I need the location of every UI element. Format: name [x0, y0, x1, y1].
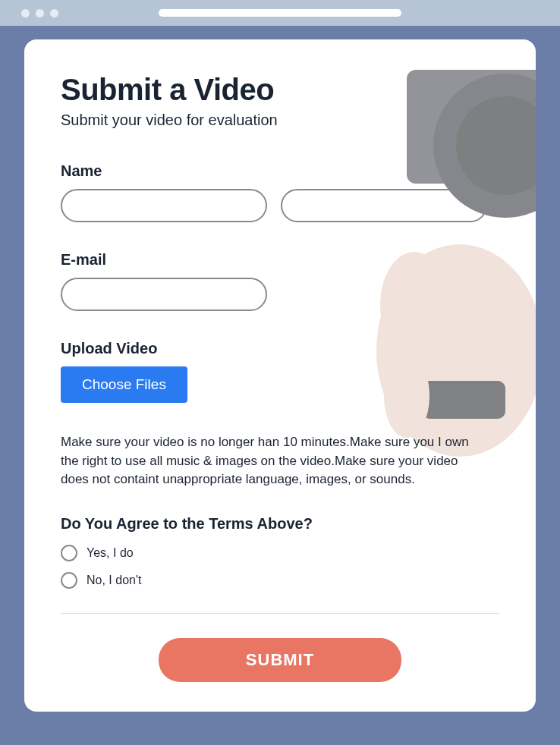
last-name-input[interactable] — [281, 189, 487, 222]
terms-text: Make sure your video is no longer han 10… — [61, 433, 489, 489]
name-section: Name — [61, 162, 499, 222]
page-subtitle: Submit your video for evaluation — [61, 112, 499, 129]
radio-option-no[interactable]: No, I don't — [61, 572, 499, 589]
radio-circle-icon — [61, 545, 77, 561]
choose-files-button[interactable]: Choose Files — [61, 366, 187, 403]
window-dot-maximize[interactable] — [50, 9, 58, 17]
email-label: E-mail — [61, 251, 499, 269]
window-dot-minimize[interactable] — [36, 9, 44, 17]
email-input[interactable] — [61, 278, 267, 311]
upload-label: Upload Video — [61, 340, 499, 357]
form-card: Submit a Video Submit your video for eva… — [24, 39, 536, 712]
upload-section: Upload Video Choose Files — [61, 340, 499, 403]
divider — [61, 613, 499, 614]
page-title: Submit a Video — [61, 73, 499, 107]
submit-button[interactable]: SUBMIT — [159, 638, 401, 682]
name-label: Name — [61, 162, 499, 180]
window-dot-close[interactable] — [21, 9, 30, 17]
email-section: E-mail — [61, 251, 499, 311]
radio-circle-icon — [61, 572, 77, 589]
radio-option-yes[interactable]: Yes, I do — [61, 545, 499, 561]
radio-label: Yes, I do — [87, 546, 134, 560]
radio-label: No, I don't — [87, 574, 141, 587]
url-bar[interactable] — [159, 9, 401, 17]
browser-chrome — [0, 0, 560, 26]
first-name-input[interactable] — [61, 189, 267, 222]
agree-question: Do You Agree to the Terms Above? — [61, 515, 499, 533]
